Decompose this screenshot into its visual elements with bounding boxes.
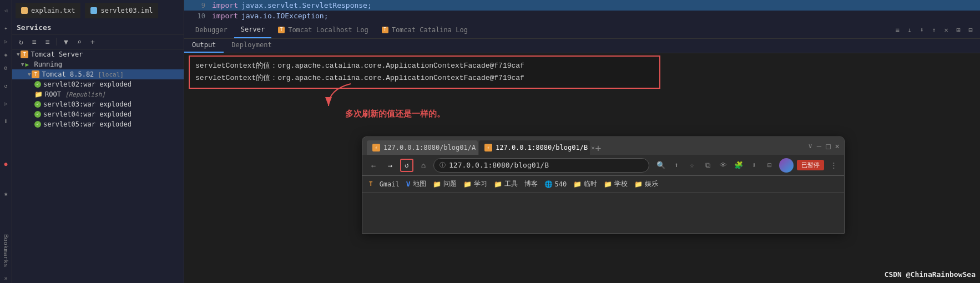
globe-label: 540 [555,180,567,188]
tab-catalina-log[interactable]: T Tomcat Catalina Log [375,21,474,38]
home-btn[interactable]: ⌂ [417,159,430,172]
sub-tab-output[interactable]: Output [184,39,224,53]
tree-item-tomcat-server[interactable]: ▼ T Tomcat Server [12,49,184,59]
address-bar[interactable]: ⓘ 127.0.0.1:8080/blog01/B [433,158,649,173]
bookmark-tools[interactable]: 📁 工具 [494,179,518,189]
left-icon-3[interactable]: ◈ [2,50,11,59]
servlet03-check-icon: ✓ [34,101,41,108]
menu-btn[interactable]: ⋮ [827,159,840,171]
browser-tab-b[interactable]: ⚡ 127.0.0.1:8080/blog01/B ✕ [479,140,590,155]
browser-new-tab-btn[interactable]: + [591,140,605,155]
left-icon-expand[interactable]: » [2,274,11,283]
download-btn[interactable]: ⬇ [748,159,760,171]
toolbar-add-btn[interactable]: + [87,36,98,47]
left-sidebar-icons: ✦ ▷ ◈ ⚙ ↺ ▷ ⏸ ● ✱ Bookmarks » [0,21,12,283]
bookmark-study[interactable]: 📁 学习 [463,179,487,189]
servlet02-check-icon: ✓ [34,81,41,88]
output-area: servletContext的值：org.apache.catalina.cor… [184,53,980,283]
bookmark-blog[interactable]: 博客 [524,179,538,189]
share-btn[interactable]: ⬆ [670,159,683,171]
win-minimize-btn[interactable]: — [817,142,821,150]
left-icon-5[interactable]: ▷ [2,99,11,108]
bookmark-entertainment[interactable]: 📁 娱乐 [634,179,658,189]
bookmark-gmail[interactable]: Gmail [380,180,400,188]
win-close-btn[interactable]: ✕ [835,142,840,150]
tab-a-favicon: ⚡ [372,144,380,151]
bookmark-t[interactable]: T [369,180,373,188]
tree-item-servlet03[interactable]: ✓ servlet03:war exploded [12,99,184,109]
tab-catalina-label: Tomcat Catalina Log [392,26,468,34]
tree-item-running[interactable]: ▼ ▶ Running [12,59,184,69]
sub-tab-deployment[interactable]: Deployment [224,39,279,53]
ext-btn[interactable]: 👁 [717,159,729,171]
servlet04-label: servlet04:war exploded [43,110,132,118]
win-dropdown-btn[interactable]: ∨ [808,142,812,150]
bookmark-maps[interactable]: V 地图 [406,179,426,189]
tree-item-root[interactable]: 📁 ROOT [Republish] [12,89,184,99]
bookmark-issues[interactable]: 📁 问题 [433,179,457,189]
instance-arrow: ▼ [28,72,31,77]
zoom-btn[interactable]: 🔍 [655,159,667,171]
toolbar-grid2-btn[interactable]: ⊟ [966,25,976,35]
toolbar-down-btn[interactable]: ↓ [905,25,915,35]
toolbar-search-btn[interactable]: ⌕ [74,36,85,47]
refresh-btn[interactable]: ↺ [400,159,413,172]
tab-localhost-log[interactable]: T Tomcat Localhost Log [271,21,375,38]
bookmarks-label[interactable]: Bookmarks [2,234,9,270]
tab-server[interactable]: Server [234,21,271,38]
output-line-2: servletContext的值：org.apache.catalina.cor… [195,72,654,84]
toolbar-align-btn[interactable]: ≡ [892,25,902,35]
toolbar-filter-btn[interactable]: ▼ [60,36,72,47]
star-btn[interactable]: ☆ [686,159,698,171]
multibox-btn[interactable]: ⊟ [764,159,776,171]
browser-tab-a[interactable]: ⚡ 127.0.0.1:8080/blog01/A ✕ [367,140,478,155]
bookmark-globe[interactable]: 🌐 540 [544,180,567,188]
left-icon-pause[interactable]: ⏸ [2,117,11,125]
code-line-9: 9 import javax.servlet.ServletResponse; [184,0,980,11]
explain-tab[interactable]: explain.txt [16,3,80,18]
forward-btn[interactable]: → [383,159,397,172]
left-icon-7[interactable]: ✱ [2,189,11,198]
toolbar-sep-1 [57,38,57,46]
paused-btn[interactable]: 已暂停 [797,160,824,170]
back-btn[interactable]: ← [367,159,380,172]
bookmark-school[interactable]: 📁 学校 [604,179,628,189]
copy-btn[interactable]: ⧉ [701,159,714,171]
left-icon-6[interactable]: ● [2,159,11,168]
right-panel: Debugger Server T Tomcat Localhost Log T… [184,21,980,283]
servlet03-label: servlet03:war exploded [43,100,132,108]
toolbar-x-btn[interactable]: ✕ [941,25,951,35]
toolbar-list2-btn[interactable]: ≡ [42,36,53,47]
address-lock-icon: ⓘ [440,161,446,169]
toolbar-up-btn[interactable]: ↑ [929,25,939,35]
left-icon-1[interactable]: ✦ [2,23,11,32]
toolbar-down2-btn[interactable]: ⬇ [917,25,927,35]
left-icon-2[interactable]: ▷ [2,37,11,46]
tab-debugger-label: Debugger [195,26,228,34]
tab-debugger[interactable]: Debugger [189,21,234,38]
left-icon-4[interactable]: ⚙ [2,63,11,72]
tab-b-favicon: ⚡ [484,144,492,151]
bookmark-temp[interactable]: 📁 临时 [573,179,597,189]
code-line-10: 10 import java.io.IOException; [184,11,980,21]
output-box: servletContext的值：org.apache.catalina.cor… [189,55,660,89]
study-label: 学习 [474,179,487,189]
toolbar-list-btn[interactable]: ≡ [29,36,40,47]
left-icon-refresh[interactable]: ↺ [2,81,11,90]
tree-item-servlet05[interactable]: ✓ servlet05:war exploded [12,119,184,129]
puzzle-btn[interactable]: 🧩 [733,159,745,171]
servlet02-label: servlet02:war exploded [43,80,132,88]
toolbar-refresh-btn[interactable]: ↻ [16,36,27,47]
toolbar-grid-btn[interactable]: ⊞ [953,25,963,35]
win-maximize-btn[interactable]: □ [826,142,830,150]
tree-item-servlet02[interactable]: ✓ servlet02:war exploded [12,79,184,89]
main-tabs-bar: Debugger Server T Tomcat Localhost Log T… [184,21,980,39]
iml-tab[interactable]: servlet03.iml [85,3,158,18]
tree-item-tomcat-instance[interactable]: ▼ T Tomcat 8.5.82 [local] [12,69,184,79]
tree-item-servlet04[interactable]: ✓ servlet04:war exploded [12,109,184,119]
temp-folder-icon: 📁 [573,180,582,188]
tools-label: 工具 [504,179,518,189]
browser-bookmarks: T Gmail V 地图 📁 问题 📁 学习 [362,176,844,193]
user-avatar[interactable] [779,158,794,173]
line-num-10: 10 [189,12,205,20]
